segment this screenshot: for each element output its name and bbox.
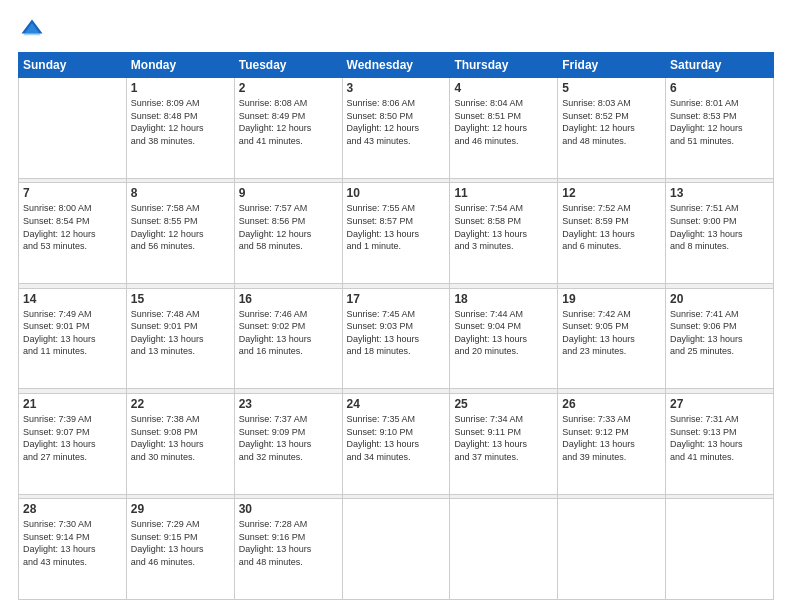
calendar-cell	[342, 499, 450, 600]
header-wednesday: Wednesday	[342, 53, 450, 78]
calendar-cell: 18Sunrise: 7:44 AM Sunset: 9:04 PM Dayli…	[450, 288, 558, 389]
day-number: 17	[347, 292, 446, 306]
calendar-week-row: 21Sunrise: 7:39 AM Sunset: 9:07 PM Dayli…	[19, 393, 774, 494]
calendar-cell: 30Sunrise: 7:28 AM Sunset: 9:16 PM Dayli…	[234, 499, 342, 600]
day-info: Sunrise: 7:31 AM Sunset: 9:13 PM Dayligh…	[670, 413, 769, 463]
day-number: 1	[131, 81, 230, 95]
calendar-week-row: 1Sunrise: 8:09 AM Sunset: 8:48 PM Daylig…	[19, 78, 774, 179]
day-number: 2	[239, 81, 338, 95]
day-info: Sunrise: 7:57 AM Sunset: 8:56 PM Dayligh…	[239, 202, 338, 252]
day-info: Sunrise: 7:34 AM Sunset: 9:11 PM Dayligh…	[454, 413, 553, 463]
calendar-cell	[666, 499, 774, 600]
calendar-cell: 24Sunrise: 7:35 AM Sunset: 9:10 PM Dayli…	[342, 393, 450, 494]
day-number: 22	[131, 397, 230, 411]
calendar-cell	[19, 78, 127, 179]
calendar-cell: 22Sunrise: 7:38 AM Sunset: 9:08 PM Dayli…	[126, 393, 234, 494]
day-info: Sunrise: 8:06 AM Sunset: 8:50 PM Dayligh…	[347, 97, 446, 147]
day-info: Sunrise: 7:44 AM Sunset: 9:04 PM Dayligh…	[454, 308, 553, 358]
day-info: Sunrise: 7:51 AM Sunset: 9:00 PM Dayligh…	[670, 202, 769, 252]
calendar-week-row: 7Sunrise: 8:00 AM Sunset: 8:54 PM Daylig…	[19, 183, 774, 284]
calendar-cell: 14Sunrise: 7:49 AM Sunset: 9:01 PM Dayli…	[19, 288, 127, 389]
day-number: 10	[347, 186, 446, 200]
day-info: Sunrise: 7:38 AM Sunset: 9:08 PM Dayligh…	[131, 413, 230, 463]
day-info: Sunrise: 7:54 AM Sunset: 8:58 PM Dayligh…	[454, 202, 553, 252]
calendar-cell: 13Sunrise: 7:51 AM Sunset: 9:00 PM Dayli…	[666, 183, 774, 284]
day-info: Sunrise: 7:29 AM Sunset: 9:15 PM Dayligh…	[131, 518, 230, 568]
calendar-cell: 21Sunrise: 7:39 AM Sunset: 9:07 PM Dayli…	[19, 393, 127, 494]
calendar-cell: 19Sunrise: 7:42 AM Sunset: 9:05 PM Dayli…	[558, 288, 666, 389]
day-number: 24	[347, 397, 446, 411]
calendar-cell	[450, 499, 558, 600]
day-info: Sunrise: 7:52 AM Sunset: 8:59 PM Dayligh…	[562, 202, 661, 252]
calendar-cell: 1Sunrise: 8:09 AM Sunset: 8:48 PM Daylig…	[126, 78, 234, 179]
calendar-week-row: 14Sunrise: 7:49 AM Sunset: 9:01 PM Dayli…	[19, 288, 774, 389]
calendar-cell: 6Sunrise: 8:01 AM Sunset: 8:53 PM Daylig…	[666, 78, 774, 179]
day-info: Sunrise: 7:48 AM Sunset: 9:01 PM Dayligh…	[131, 308, 230, 358]
calendar-cell: 23Sunrise: 7:37 AM Sunset: 9:09 PM Dayli…	[234, 393, 342, 494]
day-number: 12	[562, 186, 661, 200]
calendar-cell: 16Sunrise: 7:46 AM Sunset: 9:02 PM Dayli…	[234, 288, 342, 389]
day-info: Sunrise: 7:28 AM Sunset: 9:16 PM Dayligh…	[239, 518, 338, 568]
day-number: 26	[562, 397, 661, 411]
day-number: 6	[670, 81, 769, 95]
calendar-cell: 11Sunrise: 7:54 AM Sunset: 8:58 PM Dayli…	[450, 183, 558, 284]
calendar-cell: 20Sunrise: 7:41 AM Sunset: 9:06 PM Dayli…	[666, 288, 774, 389]
calendar-cell: 28Sunrise: 7:30 AM Sunset: 9:14 PM Dayli…	[19, 499, 127, 600]
day-number: 14	[23, 292, 122, 306]
calendar-cell: 17Sunrise: 7:45 AM Sunset: 9:03 PM Dayli…	[342, 288, 450, 389]
calendar-week-row: 28Sunrise: 7:30 AM Sunset: 9:14 PM Dayli…	[19, 499, 774, 600]
day-number: 29	[131, 502, 230, 516]
day-number: 16	[239, 292, 338, 306]
day-info: Sunrise: 8:09 AM Sunset: 8:48 PM Dayligh…	[131, 97, 230, 147]
day-info: Sunrise: 7:30 AM Sunset: 9:14 PM Dayligh…	[23, 518, 122, 568]
day-info: Sunrise: 7:45 AM Sunset: 9:03 PM Dayligh…	[347, 308, 446, 358]
header-friday: Friday	[558, 53, 666, 78]
day-number: 4	[454, 81, 553, 95]
header	[18, 16, 774, 44]
day-info: Sunrise: 7:41 AM Sunset: 9:06 PM Dayligh…	[670, 308, 769, 358]
day-number: 18	[454, 292, 553, 306]
header-tuesday: Tuesday	[234, 53, 342, 78]
calendar-cell: 8Sunrise: 7:58 AM Sunset: 8:55 PM Daylig…	[126, 183, 234, 284]
day-number: 7	[23, 186, 122, 200]
header-sunday: Sunday	[19, 53, 127, 78]
page: Sunday Monday Tuesday Wednesday Thursday…	[0, 0, 792, 612]
header-thursday: Thursday	[450, 53, 558, 78]
calendar-cell: 5Sunrise: 8:03 AM Sunset: 8:52 PM Daylig…	[558, 78, 666, 179]
day-info: Sunrise: 7:39 AM Sunset: 9:07 PM Dayligh…	[23, 413, 122, 463]
weekday-header-row: Sunday Monday Tuesday Wednesday Thursday…	[19, 53, 774, 78]
day-number: 28	[23, 502, 122, 516]
day-info: Sunrise: 7:42 AM Sunset: 9:05 PM Dayligh…	[562, 308, 661, 358]
day-number: 5	[562, 81, 661, 95]
calendar-cell: 15Sunrise: 7:48 AM Sunset: 9:01 PM Dayli…	[126, 288, 234, 389]
day-info: Sunrise: 7:55 AM Sunset: 8:57 PM Dayligh…	[347, 202, 446, 252]
calendar-cell: 9Sunrise: 7:57 AM Sunset: 8:56 PM Daylig…	[234, 183, 342, 284]
day-number: 23	[239, 397, 338, 411]
day-info: Sunrise: 8:08 AM Sunset: 8:49 PM Dayligh…	[239, 97, 338, 147]
header-saturday: Saturday	[666, 53, 774, 78]
day-info: Sunrise: 7:37 AM Sunset: 9:09 PM Dayligh…	[239, 413, 338, 463]
day-number: 13	[670, 186, 769, 200]
calendar-cell: 25Sunrise: 7:34 AM Sunset: 9:11 PM Dayli…	[450, 393, 558, 494]
calendar-cell: 12Sunrise: 7:52 AM Sunset: 8:59 PM Dayli…	[558, 183, 666, 284]
day-number: 3	[347, 81, 446, 95]
day-info: Sunrise: 7:46 AM Sunset: 9:02 PM Dayligh…	[239, 308, 338, 358]
day-info: Sunrise: 7:33 AM Sunset: 9:12 PM Dayligh…	[562, 413, 661, 463]
calendar-cell: 4Sunrise: 8:04 AM Sunset: 8:51 PM Daylig…	[450, 78, 558, 179]
day-number: 30	[239, 502, 338, 516]
logo	[18, 16, 50, 44]
calendar-cell: 26Sunrise: 7:33 AM Sunset: 9:12 PM Dayli…	[558, 393, 666, 494]
day-number: 27	[670, 397, 769, 411]
calendar-cell: 2Sunrise: 8:08 AM Sunset: 8:49 PM Daylig…	[234, 78, 342, 179]
day-info: Sunrise: 8:00 AM Sunset: 8:54 PM Dayligh…	[23, 202, 122, 252]
day-info: Sunrise: 7:35 AM Sunset: 9:10 PM Dayligh…	[347, 413, 446, 463]
calendar-cell: 3Sunrise: 8:06 AM Sunset: 8:50 PM Daylig…	[342, 78, 450, 179]
day-number: 25	[454, 397, 553, 411]
day-number: 15	[131, 292, 230, 306]
day-number: 9	[239, 186, 338, 200]
day-info: Sunrise: 8:03 AM Sunset: 8:52 PM Dayligh…	[562, 97, 661, 147]
calendar-table: Sunday Monday Tuesday Wednesday Thursday…	[18, 52, 774, 600]
header-monday: Monday	[126, 53, 234, 78]
day-info: Sunrise: 8:01 AM Sunset: 8:53 PM Dayligh…	[670, 97, 769, 147]
calendar-cell: 27Sunrise: 7:31 AM Sunset: 9:13 PM Dayli…	[666, 393, 774, 494]
